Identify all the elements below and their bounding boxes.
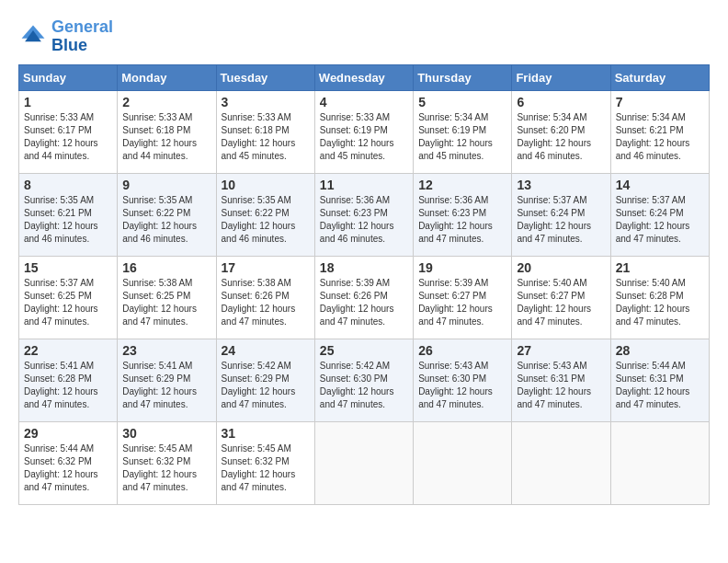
day-cell-2: 2Sunrise: 5:33 AMSunset: 6:18 PMDaylight…	[118, 90, 216, 173]
calendar-table: SundayMondayTuesdayWednesdayThursdayFrid…	[18, 64, 710, 505]
day-number: 8	[24, 178, 112, 192]
day-number: 27	[517, 343, 605, 358]
calendar-row-3: 22Sunrise: 5:41 AMSunset: 6:28 PMDayligh…	[19, 339, 710, 421]
day-cell-25: 25Sunrise: 5:42 AMSunset: 6:30 PMDayligh…	[314, 339, 413, 421]
day-info: Sunrise: 5:40 AMSunset: 6:27 PMDaylight:…	[517, 277, 605, 328]
day-info: Sunrise: 5:33 AMSunset: 6:18 PMDaylight:…	[222, 111, 310, 163]
day-number: 21	[616, 260, 704, 275]
day-info: Sunrise: 5:35 AMSunset: 6:21 PMDaylight:…	[24, 194, 112, 246]
day-info: Sunrise: 5:41 AMSunset: 6:29 PMDaylight:…	[122, 360, 210, 411]
day-cell-23: 23Sunrise: 5:41 AMSunset: 6:29 PMDayligh…	[118, 339, 216, 421]
column-header-thursday: Thursday	[414, 64, 512, 90]
day-number: 2	[122, 95, 210, 109]
day-number: 31	[222, 426, 310, 441]
day-cell-1: 1Sunrise: 5:33 AMSunset: 6:17 PMDaylight…	[19, 90, 118, 173]
day-cell-21: 21Sunrise: 5:40 AMSunset: 6:28 PMDayligh…	[610, 256, 709, 339]
day-cell-22: 22Sunrise: 5:41 AMSunset: 6:28 PMDayligh…	[19, 339, 118, 421]
day-cell-4: 4Sunrise: 5:33 AMSunset: 6:19 PMDaylight…	[314, 90, 413, 173]
day-number: 24	[222, 343, 310, 358]
calendar-row-2: 15Sunrise: 5:37 AMSunset: 6:25 PMDayligh…	[19, 256, 710, 339]
day-cell-5: 5Sunrise: 5:34 AMSunset: 6:19 PMDaylight…	[414, 90, 512, 173]
calendar-body: 1Sunrise: 5:33 AMSunset: 6:17 PMDaylight…	[19, 90, 710, 504]
day-info: Sunrise: 5:41 AMSunset: 6:28 PMDaylight:…	[24, 360, 112, 411]
day-cell-30: 30Sunrise: 5:45 AMSunset: 6:32 PMDayligh…	[118, 421, 216, 504]
day-number: 10	[222, 178, 310, 192]
day-cell-8: 8Sunrise: 5:35 AMSunset: 6:21 PMDaylight…	[19, 173, 118, 256]
day-number: 3	[222, 95, 310, 109]
day-info: Sunrise: 5:37 AMSunset: 6:25 PMDaylight:…	[24, 277, 112, 328]
day-info: Sunrise: 5:33 AMSunset: 6:19 PMDaylight:…	[320, 111, 408, 163]
day-number: 7	[616, 95, 704, 109]
column-header-sunday: Sunday	[19, 64, 118, 90]
day-cell-19: 19Sunrise: 5:39 AMSunset: 6:27 PMDayligh…	[414, 256, 512, 339]
day-info: Sunrise: 5:33 AMSunset: 6:18 PMDaylight:…	[122, 111, 210, 163]
day-cell-29: 29Sunrise: 5:44 AMSunset: 6:32 PMDayligh…	[19, 421, 118, 504]
empty-cell	[314, 421, 413, 504]
day-number: 20	[517, 260, 605, 275]
logo: General Blue	[18, 18, 113, 55]
day-cell-12: 12Sunrise: 5:36 AMSunset: 6:23 PMDayligh…	[414, 173, 512, 256]
day-cell-13: 13Sunrise: 5:37 AMSunset: 6:24 PMDayligh…	[512, 173, 610, 256]
day-cell-18: 18Sunrise: 5:39 AMSunset: 6:26 PMDayligh…	[314, 256, 413, 339]
day-cell-16: 16Sunrise: 5:38 AMSunset: 6:25 PMDayligh…	[118, 256, 216, 339]
day-cell-24: 24Sunrise: 5:42 AMSunset: 6:29 PMDayligh…	[216, 339, 314, 421]
day-info: Sunrise: 5:45 AMSunset: 6:32 PMDaylight:…	[222, 442, 310, 494]
calendar-row-4: 29Sunrise: 5:44 AMSunset: 6:32 PMDayligh…	[19, 421, 710, 504]
empty-cell	[610, 421, 709, 504]
day-cell-6: 6Sunrise: 5:34 AMSunset: 6:20 PMDaylight…	[512, 90, 610, 173]
day-info: Sunrise: 5:37 AMSunset: 6:24 PMDaylight:…	[616, 194, 704, 246]
day-info: Sunrise: 5:33 AMSunset: 6:17 PMDaylight:…	[24, 111, 112, 163]
day-number: 30	[122, 426, 210, 441]
column-header-friday: Friday	[512, 64, 610, 90]
day-info: Sunrise: 5:40 AMSunset: 6:28 PMDaylight:…	[616, 277, 704, 328]
calendar-header-row: SundayMondayTuesdayWednesdayThursdayFrid…	[19, 64, 710, 90]
day-number: 18	[320, 260, 408, 275]
day-cell-7: 7Sunrise: 5:34 AMSunset: 6:21 PMDaylight…	[610, 90, 709, 173]
day-cell-9: 9Sunrise: 5:35 AMSunset: 6:22 PMDaylight…	[118, 173, 216, 256]
empty-cell	[512, 421, 610, 504]
day-number: 1	[24, 95, 112, 109]
day-cell-26: 26Sunrise: 5:43 AMSunset: 6:30 PMDayligh…	[414, 339, 512, 421]
day-number: 28	[616, 343, 704, 358]
page-header: General Blue	[18, 18, 710, 55]
column-header-wednesday: Wednesday	[314, 64, 413, 90]
day-cell-10: 10Sunrise: 5:35 AMSunset: 6:22 PMDayligh…	[216, 173, 314, 256]
day-info: Sunrise: 5:35 AMSunset: 6:22 PMDaylight:…	[122, 194, 210, 246]
day-number: 14	[616, 178, 704, 192]
day-info: Sunrise: 5:38 AMSunset: 6:26 PMDaylight:…	[222, 277, 310, 328]
day-cell-20: 20Sunrise: 5:40 AMSunset: 6:27 PMDayligh…	[512, 256, 610, 339]
day-info: Sunrise: 5:43 AMSunset: 6:30 PMDaylight:…	[418, 360, 506, 411]
day-info: Sunrise: 5:39 AMSunset: 6:27 PMDaylight:…	[418, 277, 506, 328]
day-info: Sunrise: 5:44 AMSunset: 6:31 PMDaylight:…	[616, 360, 704, 411]
day-info: Sunrise: 5:37 AMSunset: 6:24 PMDaylight:…	[517, 194, 605, 246]
day-info: Sunrise: 5:44 AMSunset: 6:32 PMDaylight:…	[24, 442, 112, 494]
day-number: 29	[24, 426, 112, 441]
day-number: 25	[320, 343, 408, 358]
day-number: 4	[320, 95, 408, 109]
day-info: Sunrise: 5:42 AMSunset: 6:30 PMDaylight:…	[320, 360, 408, 411]
day-number: 17	[222, 260, 310, 275]
day-number: 16	[122, 260, 210, 275]
day-info: Sunrise: 5:39 AMSunset: 6:26 PMDaylight:…	[320, 277, 408, 328]
day-cell-14: 14Sunrise: 5:37 AMSunset: 6:24 PMDayligh…	[610, 173, 709, 256]
day-info: Sunrise: 5:36 AMSunset: 6:23 PMDaylight:…	[418, 194, 506, 246]
day-number: 15	[24, 260, 112, 275]
column-header-saturday: Saturday	[610, 64, 709, 90]
day-cell-28: 28Sunrise: 5:44 AMSunset: 6:31 PMDayligh…	[610, 339, 709, 421]
day-cell-11: 11Sunrise: 5:36 AMSunset: 6:23 PMDayligh…	[314, 173, 413, 256]
day-number: 22	[24, 343, 112, 358]
day-info: Sunrise: 5:35 AMSunset: 6:22 PMDaylight:…	[222, 194, 310, 246]
day-cell-31: 31Sunrise: 5:45 AMSunset: 6:32 PMDayligh…	[216, 421, 314, 504]
day-number: 19	[418, 260, 506, 275]
day-cell-3: 3Sunrise: 5:33 AMSunset: 6:18 PMDaylight…	[216, 90, 314, 173]
column-header-tuesday: Tuesday	[216, 64, 314, 90]
day-info: Sunrise: 5:38 AMSunset: 6:25 PMDaylight:…	[122, 277, 210, 328]
day-info: Sunrise: 5:34 AMSunset: 6:21 PMDaylight:…	[616, 111, 704, 163]
day-cell-15: 15Sunrise: 5:37 AMSunset: 6:25 PMDayligh…	[19, 256, 118, 339]
day-number: 12	[418, 178, 506, 192]
day-info: Sunrise: 5:45 AMSunset: 6:32 PMDaylight:…	[122, 442, 210, 494]
day-info: Sunrise: 5:42 AMSunset: 6:29 PMDaylight:…	[222, 360, 310, 411]
day-info: Sunrise: 5:34 AMSunset: 6:19 PMDaylight:…	[418, 111, 506, 163]
day-number: 23	[122, 343, 210, 358]
day-cell-17: 17Sunrise: 5:38 AMSunset: 6:26 PMDayligh…	[216, 256, 314, 339]
